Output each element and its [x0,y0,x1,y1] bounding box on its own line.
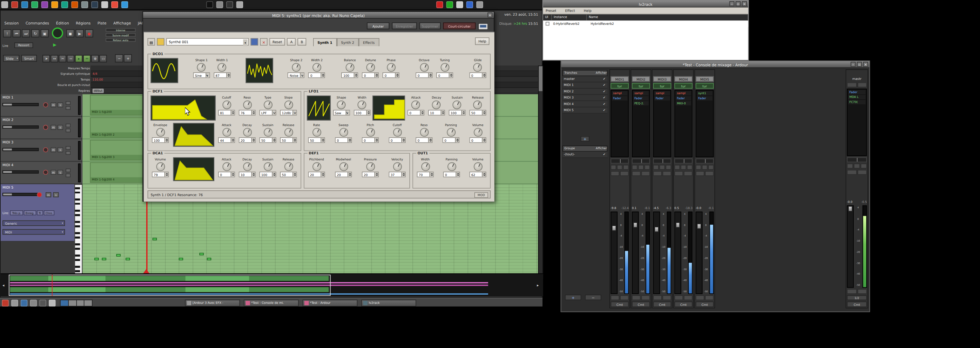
processor[interactable]: Fader [633,96,649,101]
loop-icon[interactable]: ↻ [31,29,40,37]
ruler-value[interactable]: début [92,89,104,93]
mute-button[interactable]: m [46,192,51,198]
track-header-midi5[interactable]: MIDI 5 m s Lire: Très p.Enreg.TrChns Gen… [1,184,75,242]
track-header-3[interactable]: MIDI 3ms [1,139,83,162]
mod-indicator[interactable]: MOD [474,192,488,198]
knob-dial[interactable] [366,128,375,137]
knob-value[interactable]: 20 [239,137,256,143]
comments-button[interactable]: Cmt [695,301,714,307]
knob-value[interactable]: 0 [442,137,460,143]
knob-glide[interactable]: Glide0 [468,58,488,78]
add-button[interactable]: + [565,295,581,301]
panel-launcher-icon-3[interactable] [31,2,38,8]
panel-status-icon-0[interactable] [436,2,443,8]
midi-option-button-0[interactable]: Très p. [10,210,23,215]
knob-value[interactable]: 0 [415,137,433,143]
knob-dial[interactable] [337,101,346,109]
panel-launcher-icon-7[interactable] [71,2,78,8]
peak-display[interactable]: -6.3 [666,207,671,211]
peak-display[interactable]: -18.3 [685,207,692,211]
minimize-icon[interactable]: – [729,2,734,6]
menu-3[interactable]: Régions [76,21,91,25]
record-enable-button[interactable] [43,147,48,152]
knob-dial[interactable] [339,128,348,137]
add-strip-button[interactable]: + [581,136,589,142]
gain-display[interactable]: -9.8 [611,207,616,211]
panel-launcher-icon-9[interactable] [91,2,98,8]
knob-shape[interactable]: ShapeSaw [332,95,351,115]
knob-shape-2[interactable]: Shape 2Noise [286,58,306,78]
knob-value[interactable]: 44 [218,137,235,143]
record-icon[interactable]: ● [85,29,93,37]
b-button[interactable]: B [298,38,306,46]
minimize-icon[interactable]: – [851,62,856,67]
knob-value[interactable]: 0 [436,73,453,78]
knob-reso[interactable]: Reso0 [414,123,434,143]
lv2rack-plugin-row[interactable]: 0:HybridReverb2 HybridReverb2 [543,21,748,27]
tool-cut-icon[interactable]: ✂ [59,55,66,62]
visible-check[interactable]: ✔ [603,89,608,95]
pan-control[interactable] [653,159,671,164]
reset-button[interactable]: Reset [269,38,285,46]
sidebar-strip-row[interactable]: master✔ [563,76,608,82]
pan-control[interactable] [632,159,650,164]
track-header-4[interactable]: MIDI 4ms [1,162,83,184]
panel-launcher-icon-2[interactable] [21,2,28,8]
save-icon[interactable] [251,38,258,46]
panel-launcher-icon-5[interactable] [51,2,58,8]
sidebar-strip-row[interactable]: MIDI 4✔ [563,101,608,108]
knob-detune[interactable]: Detune0 [361,58,380,78]
knob-value[interactable]: 87 [214,73,231,78]
knob-balance[interactable]: Balance100 [340,58,360,78]
knob-dial[interactable] [222,163,231,171]
knob-release[interactable]: Release50 [279,157,298,177]
track-fader[interactable] [2,125,39,128]
help-button[interactable]: Help [476,37,489,45]
track-fader[interactable] [2,148,39,151]
solo-button[interactable]: s [57,170,63,175]
knob-dial[interactable] [156,128,165,137]
processor[interactable]: Fader [676,96,692,101]
knob-dial[interactable] [263,101,272,109]
knob-pressure[interactable]: Pressure20 [361,157,380,177]
channel-selector[interactable]: MIDI [2,229,65,235]
workspace-pager[interactable] [60,300,92,307]
knob-value[interactable]: 20 [335,172,352,177]
knob-dial[interactable] [453,101,462,109]
panel-launcher-icon-12[interactable] [121,2,128,8]
sidebar-strip-row[interactable]: MIDI 3✔ [563,95,608,101]
knob-value[interactable]: 20 [308,172,325,177]
knob-panning[interactable]: Panning0 [441,123,461,143]
knob-dial[interactable] [243,128,252,137]
visible-check[interactable]: ✔ [603,108,608,113]
knob-value[interactable]: 100 [449,110,466,115]
midi-note[interactable] [102,258,106,260]
processor[interactable]: synt1 [697,91,713,95]
comments-button[interactable]: Cmt [632,301,650,307]
knob-rate[interactable]: Rate50 [307,123,326,143]
knob-attack[interactable]: Attack44 [217,123,236,143]
knob-dial[interactable] [393,128,401,137]
menu-5[interactable]: Affichage [113,21,131,25]
knob-dial[interactable] [473,101,482,109]
knob-value[interactable]: 70 [417,172,434,177]
lv2-menu-0[interactable]: Preset [546,9,556,13]
gain-display[interactable]: -0.0 [695,207,701,211]
knob-value[interactable]: Noise [288,73,305,78]
panel-tray-icon-1[interactable] [216,2,223,8]
comments-button[interactable]: Cmt [847,301,867,307]
strip-monitor-button[interactable]: tur [611,83,628,89]
processor-box[interactable]: samplFaderPEQ-2. [632,90,650,157]
knob-dial[interactable] [473,128,482,137]
knob-value[interactable]: 50 [308,137,325,143]
a-button[interactable]: A [287,38,296,46]
processor[interactable]: Fader [654,96,670,101]
close-icon[interactable]: × [863,62,869,67]
strip-monitor-button[interactable]: tur [653,83,671,89]
knob-dial[interactable] [312,128,321,137]
summary-view-rectangle[interactable] [9,275,331,296]
knob-dial[interactable] [312,63,321,72]
transport-toggle-1[interactable]: Suivre modif [105,33,135,37]
taskbar-launcher-icon-4[interactable] [40,300,46,307]
knob-value[interactable]: 79 [152,172,169,177]
